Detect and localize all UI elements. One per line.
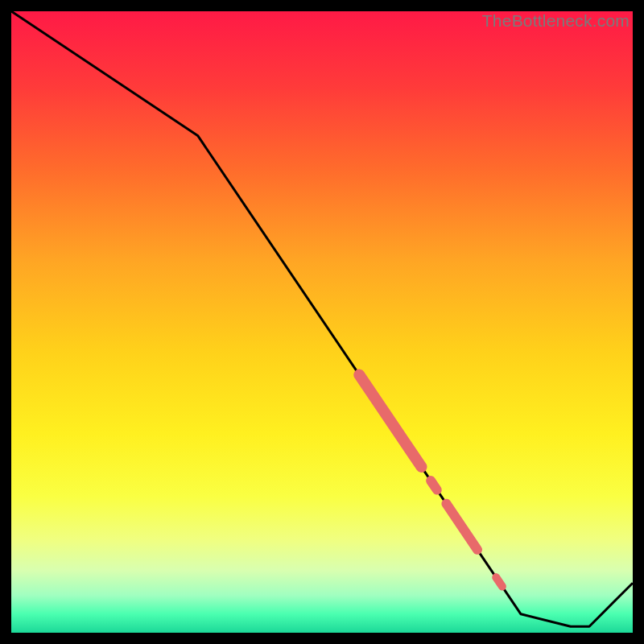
highlight-segment	[496, 577, 502, 586]
highlight-segment	[431, 481, 437, 489]
watermark-text: TheBottleneck.com	[482, 11, 630, 31]
bottleneck-chart	[11, 11, 633, 633]
gradient-background	[11, 11, 633, 633]
chart-frame: TheBottleneck.com	[11, 11, 633, 633]
